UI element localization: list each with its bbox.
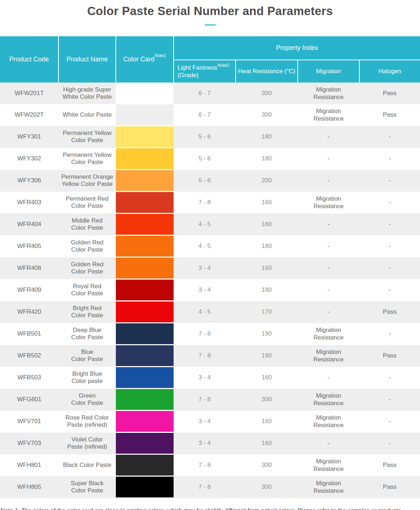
product-code: WFB502 <box>0 345 58 367</box>
heat-resistance-value: 300 <box>236 454 298 476</box>
light-fastness-value: 7 - 8 <box>174 476 236 498</box>
light-fastness-value: 3 - 4 <box>174 257 236 279</box>
heat-resistance-value: 160 <box>236 257 298 279</box>
product-name: Deep Blue Color Paste <box>58 323 116 345</box>
light-fastness-note-superscript: Note2 <box>218 63 229 68</box>
product-name: White Color Paste <box>58 104 116 126</box>
color-card-label: Color Card <box>123 56 154 63</box>
table-row: WFR409 Royal Red Color Paste 3 - 4 180 -… <box>0 279 420 301</box>
migration-value: Migration Resistance <box>298 104 359 126</box>
halogen-value: - <box>359 279 420 301</box>
table-row: WFR406 Golden Red Color Paste 3 - 4 160 … <box>0 257 420 279</box>
halogen-value: Pass <box>359 454 420 476</box>
color-swatch <box>116 104 174 126</box>
product-name: Bright Red Color Paste <box>58 301 116 323</box>
table-row: WFY301 Permanent Yellow Color Paste 5 - … <box>0 126 420 148</box>
halogen-value: Pass <box>359 301 420 323</box>
migration-value: - <box>298 301 359 323</box>
title-underline-dash <box>205 24 216 25</box>
heat-resistance-value: 180 <box>236 235 298 257</box>
light-fastness-value: 7 - 8 <box>174 345 236 367</box>
product-code: WFR420 <box>0 301 58 323</box>
color-swatch <box>116 235 174 257</box>
page-title: Color Paste Serial Number and Parameters <box>0 4 420 18</box>
color-swatch <box>116 367 174 389</box>
color-swatch <box>116 279 174 301</box>
halogen-value: Pass <box>359 345 420 367</box>
color-swatch <box>116 476 174 498</box>
color-swatch <box>116 83 174 104</box>
halogen-value: - <box>359 126 420 148</box>
table-header: Product Code Product Name Color CardNote… <box>0 36 420 83</box>
color-card-note-superscript: Note1 <box>155 53 166 58</box>
product-name: Permanent Yellow Color Paste <box>58 148 116 170</box>
halogen-value: - <box>359 170 420 192</box>
product-name: Permanent Yellow Color Paste <box>58 126 116 148</box>
product-code: WFY302 <box>0 148 58 170</box>
color-swatch <box>116 257 174 279</box>
table-row: WFG601 Green Color Paste 7 - 8 300 Migra… <box>0 389 420 411</box>
light-fastness-grade-label: (Grade) <box>178 72 199 79</box>
light-fastness-value: 6 - 7 <box>174 83 236 104</box>
color-swatch <box>116 192 174 214</box>
color-swatch <box>116 170 174 192</box>
halogen-value: - <box>359 192 420 214</box>
heat-resistance-value: 180 <box>236 126 298 148</box>
product-code: WFV703 <box>0 432 58 454</box>
table-row: WFB501 Deep Blue Color Paste 7 - 8 190 M… <box>0 323 420 345</box>
product-code: WFY301 <box>0 126 58 148</box>
light-fastness-value: 3 - 4 <box>174 279 236 301</box>
product-code: WFR409 <box>0 279 58 301</box>
light-fastness-value: 5 - 6 <box>174 148 236 170</box>
halogen-value: - <box>359 411 420 432</box>
halogen-value: - <box>359 257 420 279</box>
heat-resistance-value: 160 <box>236 411 298 432</box>
migration-value: - <box>298 126 359 148</box>
table-row: WFY302 Permanent Yellow Color Paste 5 - … <box>0 148 420 170</box>
halogen-value: Pass <box>359 476 420 498</box>
product-code: WFG601 <box>0 389 58 411</box>
product-code: WFV701 <box>0 411 58 432</box>
light-fastness-value: 3 - 4 <box>174 411 236 432</box>
migration-value: Migration Resistance <box>298 454 359 476</box>
light-fastness-value: 4 - 5 <box>174 235 236 257</box>
product-name: Green Color Paste <box>58 389 116 411</box>
light-fastness-value: 7 - 8 <box>174 192 236 214</box>
product-code: WFH801 <box>0 454 58 476</box>
light-fastness-value: 7 - 8 <box>174 323 236 345</box>
light-fastness-value: 6 - 7 <box>174 104 236 126</box>
table-row: WFY306 Permanent Orange Yellow Color Pas… <box>0 170 420 192</box>
product-code: WFR404 <box>0 214 58 235</box>
product-name: Rose Red Color Paste (refined) <box>58 411 116 432</box>
migration-value: Migration Resistance <box>298 192 359 214</box>
heat-resistance-value: 160 <box>236 192 298 214</box>
heat-resistance-value: 180 <box>236 148 298 170</box>
table-row: WFR404 Middle Red Color Paste 4 - 5 160 … <box>0 214 420 235</box>
color-swatch <box>116 345 174 367</box>
light-fastness-value: 7 - 8 <box>174 389 236 411</box>
heat-resistance-value: 180 <box>236 279 298 301</box>
migration-value: Migration Resistance <box>298 389 359 411</box>
migration-value: - <box>298 235 359 257</box>
halogen-value: - <box>359 323 420 345</box>
halogen-value: - <box>359 432 420 454</box>
product-code: WFB503 <box>0 367 58 389</box>
halogen-value: Pass <box>359 83 420 104</box>
product-name: Golden Red Color Paste <box>58 235 116 257</box>
table-row: WFW202T White Color Paste 6 - 7 300 Migr… <box>0 104 420 126</box>
heat-resistance-value: 160 <box>236 432 298 454</box>
color-swatch <box>116 454 174 476</box>
color-swatch <box>116 301 174 323</box>
migration-value: - <box>298 432 359 454</box>
color-swatch <box>116 214 174 235</box>
product-code: WFY306 <box>0 170 58 192</box>
heat-resistance-value: 190 <box>236 345 298 367</box>
migration-value: Migration Resistance <box>298 411 359 432</box>
product-code: WFW201T <box>0 83 58 104</box>
product-name: Bright Blue Color paste <box>58 367 116 389</box>
light-fastness-label: Light Fastness <box>178 64 217 71</box>
product-name: Middle Red Color Paste <box>58 214 116 235</box>
product-code: WFR403 <box>0 192 58 214</box>
light-fastness-value: 3 - 4 <box>174 432 236 454</box>
product-code: WFW202T <box>0 104 58 126</box>
